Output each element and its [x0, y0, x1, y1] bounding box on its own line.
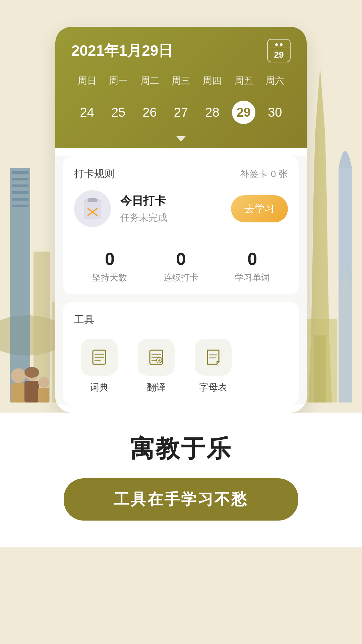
tool-icon-wrap-alphabet: [195, 339, 232, 376]
alphabet-icon: [204, 348, 222, 366]
checkin-header: 打卡规则 补签卡 0 张: [74, 167, 288, 181]
card-body: 打卡规则 补签卡 0 张 今日打卡: [55, 156, 307, 405]
weekday-thu: 周四: [197, 72, 228, 90]
svg-rect-21: [84, 200, 101, 219]
slogan-title: 寓教于乐: [130, 433, 232, 465]
chevron-down-icon: [176, 136, 186, 142]
bottom-section: 寓教于乐 工具在手学习不愁: [0, 413, 362, 547]
translate-icon: [147, 348, 165, 366]
calendar-title: 2021年1月29日: [71, 41, 173, 61]
dates-row: 24 25 26 27 28 29 30: [71, 95, 291, 129]
date-29-selected[interactable]: 29: [228, 95, 259, 129]
main-card: 2021年1月29日 29 周日 周一 周二 周三 周四 周五 周六: [55, 27, 307, 413]
checkin-today-label: 今日打卡: [120, 193, 231, 209]
tool-icon-wrap-translate: [138, 339, 175, 376]
tool-label-translate: 翻译: [147, 381, 166, 394]
checkin-card: 打卡规则 补签卡 0 张 今日打卡: [63, 156, 299, 294]
tools-row: 词典: [74, 339, 288, 394]
calendar-expand[interactable]: [71, 132, 291, 148]
clipboard-icon: [81, 197, 104, 220]
tool-alphabet[interactable]: 字母表: [195, 339, 232, 394]
stat-label-1: 连续打卡: [145, 272, 217, 283]
slogan-button[interactable]: 工具在手学习不愁: [64, 478, 298, 521]
calendar-icon-date: 29: [274, 48, 284, 60]
weekday-sun: 周日: [71, 72, 103, 90]
stat-label-2: 学习单词: [217, 272, 288, 283]
tools-card: 工具 词典: [63, 302, 299, 405]
checkin-text: 今日打卡 任务未完成: [120, 193, 231, 224]
stat-number-1: 0: [145, 249, 217, 269]
checkin-rules-label[interactable]: 打卡规则: [74, 167, 114, 181]
weekdays-row: 周日 周一 周二 周三 周四 周五 周六: [71, 72, 291, 90]
checkin-content: 今日打卡 任务未完成 去学习: [74, 190, 288, 238]
svg-rect-22: [87, 198, 98, 202]
stat-words: 0 学习单词: [217, 249, 288, 283]
tool-label-alphabet: 字母表: [199, 381, 227, 394]
stat-persist-days: 0 坚持天数: [74, 249, 145, 283]
study-button[interactable]: 去学习: [231, 195, 288, 222]
stat-consecutive: 0 连续打卡: [145, 249, 217, 283]
checkin-icon: [74, 190, 111, 227]
checkin-today-sub: 任务未完成: [120, 211, 231, 224]
weekday-tue: 周二: [134, 72, 165, 90]
tool-icon-wrap-dictionary: [81, 339, 118, 376]
tools-section-label: 工具: [74, 313, 288, 327]
date-26[interactable]: 26: [134, 95, 165, 129]
supplement-badge: 补签卡 0 张: [240, 168, 288, 180]
weekday-fri: 周五: [228, 72, 259, 90]
dictionary-icon: [90, 348, 108, 366]
weekday-sat: 周六: [259, 72, 291, 90]
tool-translate[interactable]: 翻译: [138, 339, 175, 394]
date-30[interactable]: 30: [259, 95, 291, 129]
calendar-section: 2021年1月29日 29 周日 周一 周二 周三 周四 周五 周六: [55, 27, 307, 148]
tool-label-dictionary: 词典: [90, 381, 109, 394]
stat-number-0: 0: [74, 249, 145, 269]
date-28[interactable]: 28: [197, 95, 228, 129]
date-24[interactable]: 24: [71, 95, 103, 129]
calendar-icon-top: [268, 42, 290, 48]
date-25[interactable]: 25: [103, 95, 134, 129]
weekday-mon: 周一: [103, 72, 134, 90]
stat-label-0: 坚持天数: [74, 272, 145, 283]
stats-row: 0 坚持天数 0 连续打卡 0 学习单词: [74, 249, 288, 283]
tool-dictionary[interactable]: 词典: [81, 339, 118, 394]
stat-number-2: 0: [217, 249, 288, 269]
calendar-icon[interactable]: 29: [267, 39, 291, 62]
weekday-wed: 周三: [165, 72, 196, 90]
selected-date-circle: 29: [232, 101, 255, 124]
date-27[interactable]: 27: [165, 95, 196, 129]
